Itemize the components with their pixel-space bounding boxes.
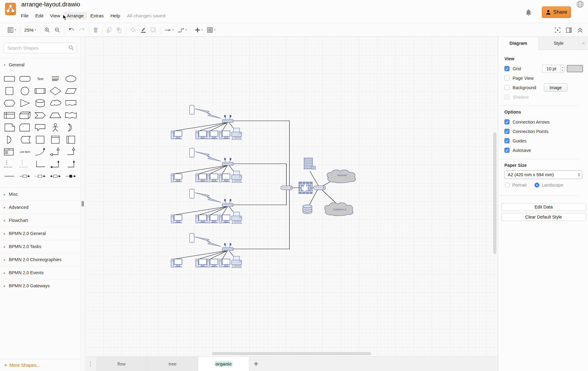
sidebar-section-bpmn-2-0-choreographies[interactable]: ▸BPMN 2.0 Choreographies — [0, 253, 80, 266]
palette-shape-callout[interactable] — [33, 122, 48, 133]
palette-shape-process[interactable] — [33, 85, 48, 97]
menu-edit[interactable]: Edit — [32, 12, 47, 20]
palette-shape-label-arrow[interactable] — [17, 170, 32, 182]
palette-shape-label-arrow-dashed[interactable] — [33, 170, 48, 182]
portrait-radio[interactable] — [505, 183, 510, 187]
line-color-button[interactable] — [140, 27, 146, 33]
page-tab-organic[interactable]: organic — [198, 357, 249, 371]
palette-shape-parallelogram[interactable] — [63, 85, 78, 97]
sidebar-section-bpmn-2-0-tasks[interactable]: ▸BPMN 2.0 Tasks — [0, 240, 80, 253]
language-globe-icon[interactable] — [576, 1, 584, 8]
connection-style-button[interactable]: ▾ — [164, 28, 174, 32]
sidebar-section-bpmn-2-0-gateways[interactable]: ▸BPMN 2.0 Gateways — [0, 279, 80, 292]
zoom-in-button[interactable] — [44, 27, 50, 33]
palette-shape-trapezoid[interactable] — [48, 110, 63, 121]
palette-shape-internal-storage[interactable] — [2, 110, 17, 121]
undo-button[interactable] — [68, 27, 74, 33]
palette-shape-arrow[interactable] — [63, 146, 78, 158]
connection-arrows-checkbox[interactable] — [504, 119, 510, 124]
menu-view[interactable]: View — [47, 12, 64, 20]
zoom-level-dropdown[interactable]: 25% ▾ — [24, 27, 36, 33]
palette-shape-card[interactable] — [17, 122, 32, 133]
add-page-button[interactable]: + — [249, 357, 263, 371]
fullscreen-button[interactable] — [555, 27, 561, 33]
palette-shape-circle[interactable] — [17, 85, 32, 97]
menu-extras[interactable]: Extras — [87, 12, 107, 20]
palette-shape-data-storage[interactable] — [17, 134, 32, 145]
palette-shape-container[interactable] — [33, 134, 48, 145]
palette-shape-curve[interactable] — [33, 146, 48, 158]
horizontal-scrollbar[interactable] — [212, 352, 371, 355]
palette-shape-actor[interactable] — [48, 122, 63, 133]
page-view-checkbox[interactable] — [504, 75, 510, 81]
grid-size-input[interactable] — [542, 65, 561, 72]
format-panel-toggle[interactable] — [566, 27, 572, 33]
close-icon[interactable]: × — [579, 37, 588, 50]
palette-shape-horizontal-container[interactable] — [63, 134, 78, 145]
connection-points-checkbox[interactable] — [504, 129, 510, 134]
palette-shape-link[interactable] — [2, 170, 17, 182]
palette-shape-elbow-arrow[interactable] — [63, 158, 78, 170]
tab-diagram[interactable]: Diagram — [498, 37, 539, 50]
tab-style[interactable]: Style — [539, 37, 579, 50]
insert-button[interactable]: ▾ — [195, 27, 203, 33]
palette-shape-cube[interactable] — [17, 110, 32, 121]
palette-shape-or[interactable] — [63, 122, 78, 133]
palette-shape-list[interactable]: List — [2, 146, 17, 158]
palette-shape-and[interactable] — [2, 134, 17, 145]
palette-shape-hexagon[interactable] — [2, 97, 17, 109]
sidebar-resizer[interactable] — [81, 37, 85, 371]
guides-checkbox[interactable] — [504, 138, 510, 143]
search-input[interactable] — [4, 43, 77, 53]
palette-shape-vertical-container[interactable] — [48, 134, 63, 145]
palette-shape-cylinder[interactable] — [33, 97, 48, 109]
pages-menu-icon[interactable]: ⋮ — [85, 357, 96, 371]
page-tab-tree[interactable]: tree — [147, 357, 198, 371]
clear-default-style-button[interactable]: Clear Default Style — [501, 213, 586, 221]
sidebar-section-advanced[interactable]: ▸Advanced — [0, 201, 80, 214]
palette-shape-connector-symbol[interactable] — [63, 170, 78, 182]
sidebar-section-flowchart[interactable]: ▸Flowchart — [0, 214, 80, 227]
palette-shape-line[interactable] — [33, 158, 48, 170]
palette-shape-tape[interactable] — [63, 110, 78, 121]
sidebar-section-bpmn-2-0-general[interactable]: ▸BPMN 2.0 General — [0, 227, 80, 240]
grid-color-swatch[interactable] — [567, 65, 583, 72]
palette-shape-bidirectional-arrow[interactable] — [48, 146, 63, 158]
waypoint-style-button[interactable]: ▾ — [178, 27, 187, 33]
palette-shape-rounded-rectangle[interactable] — [17, 73, 32, 85]
menu-file[interactable]: File — [18, 12, 32, 20]
notification-bell-icon[interactable] — [526, 9, 531, 16]
zoom-out-button[interactable] — [54, 27, 60, 33]
page-tab-flow[interactable]: flow — [96, 357, 147, 371]
sidebar-section-general[interactable]: ▾ General — [0, 58, 80, 71]
page-view-button[interactable]: ▾ — [8, 27, 16, 33]
palette-shape-ellipse[interactable] — [63, 73, 78, 85]
autosave-checkbox[interactable] — [504, 148, 510, 153]
sidebar-section-misc[interactable]: ▸Misc — [0, 187, 80, 201]
palette-shape-cloud[interactable] — [48, 97, 63, 109]
palette-shape-list-item[interactable]: List Item — [17, 146, 32, 158]
palette-shape-note[interactable] — [2, 122, 17, 133]
more-shapes-button[interactable]: + More Shapes... — [0, 359, 80, 371]
background-checkbox[interactable] — [504, 85, 510, 90]
palette-shape-dashed-line[interactable] — [2, 158, 17, 170]
palette-shape-step[interactable] — [33, 110, 48, 121]
grid-checkbox[interactable] — [504, 66, 510, 71]
drawing-canvas[interactable]: InternetCampus 2 — [85, 37, 498, 371]
menu-help[interactable]: Help — [107, 12, 123, 20]
palette-shape-triangle[interactable] — [17, 97, 32, 109]
grid-size-stepper[interactable]: ▲ ▼ — [561, 65, 564, 72]
edit-data-button[interactable]: Edit Data — [501, 203, 586, 211]
palette-shape-double-label-arrow[interactable] — [48, 170, 63, 182]
table-button[interactable]: ▾ — [207, 27, 216, 33]
collapse-toolbar-button[interactable] — [577, 27, 583, 33]
palette-shape-bidirectional-elbow[interactable] — [48, 158, 63, 170]
palette-shape-dotted-line[interactable] — [17, 158, 32, 170]
palette-shape-rectangle[interactable] — [2, 73, 17, 85]
paper-size-select[interactable]: A2 (420 mm x 594 mm) ▲▼ — [504, 170, 582, 179]
palette-shape-document[interactable] — [63, 97, 78, 109]
palette-shape-textbox[interactable]: Heading — [48, 73, 63, 85]
palette-shape-square[interactable] — [2, 85, 17, 97]
background-image-button[interactable]: Image — [544, 83, 567, 92]
share-button[interactable]: Share — [542, 6, 571, 18]
